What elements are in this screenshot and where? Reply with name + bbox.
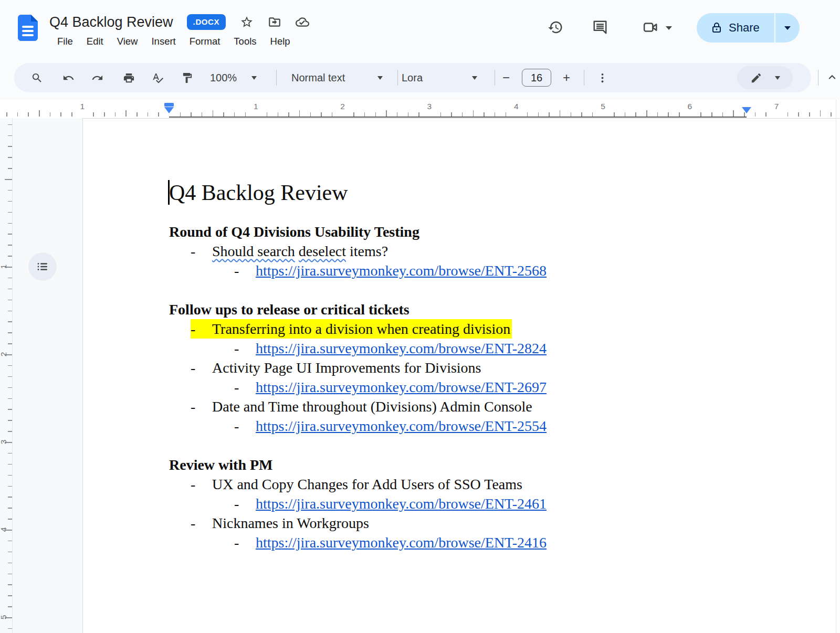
vertical-ruler: 12345 xyxy=(0,118,13,633)
document-text-area[interactable]: Q4 Backlog Review Round of Q4 Divisions … xyxy=(169,179,768,572)
ruler-tick xyxy=(39,110,40,117)
ruler-tick xyxy=(375,112,376,117)
menu-format[interactable]: Format xyxy=(183,34,227,49)
jira-link[interactable]: https://jira.surveymonkey.com/browse/ENT… xyxy=(256,418,547,434)
jira-link[interactable]: https://jira.surveymonkey.com/browse/ENT… xyxy=(256,495,547,512)
ruler-tick xyxy=(8,541,12,542)
menu-insert[interactable]: Insert xyxy=(144,34,182,49)
ruler-tick xyxy=(8,278,12,279)
ruler-number: 4 xyxy=(511,102,521,111)
doc-section: Follow ups to release or critical ticket… xyxy=(169,300,768,436)
bullet-dash: - xyxy=(234,377,239,397)
ruler-tick xyxy=(8,157,12,158)
spellcheck-icon[interactable] xyxy=(148,68,167,87)
ruler-tick xyxy=(614,112,615,117)
ruler-tick xyxy=(8,146,12,147)
ruler-tick xyxy=(8,453,12,454)
ruler-tick xyxy=(8,223,12,224)
menu-help[interactable]: Help xyxy=(264,34,297,49)
ruler-tick xyxy=(8,519,12,520)
paragraph-style-caret-icon[interactable] xyxy=(377,76,383,80)
meet-video-icon[interactable] xyxy=(643,19,662,38)
pencil-icon xyxy=(747,68,765,87)
paragraph-style-select[interactable]: Normal text xyxy=(291,63,345,92)
jira-link[interactable]: https://jira.surveymonkey.com/browse/ENT… xyxy=(256,340,547,356)
docx-format-badge: .DOCX xyxy=(187,14,226,30)
print-icon[interactable] xyxy=(119,68,138,87)
bullet-dash: - xyxy=(191,474,195,494)
bullet-dash: - xyxy=(234,416,239,436)
ruler-active-area-line xyxy=(169,117,747,118)
zoom-select[interactable]: 100% xyxy=(210,63,237,92)
left-indent-marker[interactable] xyxy=(164,103,174,113)
bullet-dash: - xyxy=(234,261,239,280)
ruler-number: 2 xyxy=(338,102,348,111)
menu-file[interactable]: File xyxy=(50,34,80,49)
bullet-dash: - xyxy=(191,358,195,377)
menu-view[interactable]: View xyxy=(110,34,145,49)
version-history-icon[interactable] xyxy=(548,19,566,38)
horizontal-ruler[interactable]: 11234567 xyxy=(0,100,840,118)
cloud-saved-icon[interactable] xyxy=(295,15,309,29)
ruler-tick xyxy=(798,112,799,117)
jira-link[interactable]: https://jira.surveymonkey.com/browse/ENT… xyxy=(256,379,547,395)
ruler-tick xyxy=(8,212,12,213)
zoom-caret-icon[interactable] xyxy=(251,76,257,80)
editing-mode-button[interactable] xyxy=(737,66,793,89)
meet-dropdown-caret-icon[interactable] xyxy=(666,26,672,30)
first-line-indent-marker[interactable] xyxy=(164,103,174,107)
ruler-tick xyxy=(473,110,474,117)
google-docs-logo-icon[interactable] xyxy=(18,15,38,41)
font-size-input[interactable]: 16 xyxy=(522,69,551,87)
menu-edit[interactable]: Edit xyxy=(80,34,110,49)
ruler-number: 3 xyxy=(424,102,435,111)
share-button[interactable]: Share xyxy=(697,13,800,43)
comments-icon[interactable] xyxy=(592,19,611,38)
section-heading: Review with PM xyxy=(169,455,768,474)
document-title[interactable]: Q4 Backlog Review xyxy=(49,14,173,30)
decrease-font-size-button[interactable]: − xyxy=(502,63,510,92)
star-icon[interactable] xyxy=(239,15,254,29)
section-heading: Round of Q4 Divisions Usability Testing xyxy=(169,222,768,241)
ruler-tick xyxy=(397,112,398,117)
menu-tools[interactable]: Tools xyxy=(227,34,263,49)
search-icon[interactable] xyxy=(27,68,46,87)
ruler-tick xyxy=(625,112,626,117)
ruler-tick xyxy=(646,110,647,117)
ruler-tick xyxy=(8,628,12,629)
bullet-dash: - xyxy=(191,319,212,339)
redo-icon[interactable] xyxy=(88,68,107,87)
ruler-tick xyxy=(223,112,224,117)
font-caret-icon[interactable] xyxy=(472,76,477,80)
text-run: items? xyxy=(346,243,388,259)
text-run xyxy=(295,243,299,259)
ruler-tick xyxy=(50,112,51,117)
ruler-tick xyxy=(549,112,550,117)
font-select[interactable]: Lora xyxy=(402,63,423,92)
ruler-tick xyxy=(679,112,680,117)
undo-icon[interactable] xyxy=(59,68,78,87)
ruler-tick xyxy=(202,112,203,117)
show-document-outline-button[interactable] xyxy=(28,252,57,281)
toolbar-divider xyxy=(818,70,818,86)
ruler-tick xyxy=(8,234,12,235)
doc-sections: Round of Q4 Divisions Usability Testing-… xyxy=(169,222,768,552)
ruler-tick xyxy=(408,112,409,117)
hide-menus-chevron-icon[interactable] xyxy=(825,70,840,85)
increase-font-size-button[interactable]: + xyxy=(563,63,570,92)
share-dropdown-caret-icon[interactable] xyxy=(775,13,800,43)
jira-link[interactable]: https://jira.surveymonkey.com/browse/ENT… xyxy=(256,262,547,279)
jira-link[interactable]: https://jira.surveymonkey.com/browse/ENT… xyxy=(256,534,547,551)
more-options-icon[interactable] xyxy=(593,68,612,87)
ruler-tick xyxy=(484,112,485,117)
right-indent-marker[interactable] xyxy=(742,107,751,113)
move-folder-icon[interactable] xyxy=(267,15,281,29)
bullet-item: -https://jira.surveymonkey.com/browse/EN… xyxy=(169,416,768,436)
ruler-tick xyxy=(299,110,300,117)
ruler-tick xyxy=(8,365,12,366)
paint-format-icon[interactable] xyxy=(177,68,196,87)
ruler-tick xyxy=(657,112,658,117)
ruler-tick xyxy=(158,112,159,117)
ruler-tick xyxy=(8,376,12,377)
bullet-text: UX and Copy Changes for Add Users of SSO… xyxy=(212,476,522,492)
